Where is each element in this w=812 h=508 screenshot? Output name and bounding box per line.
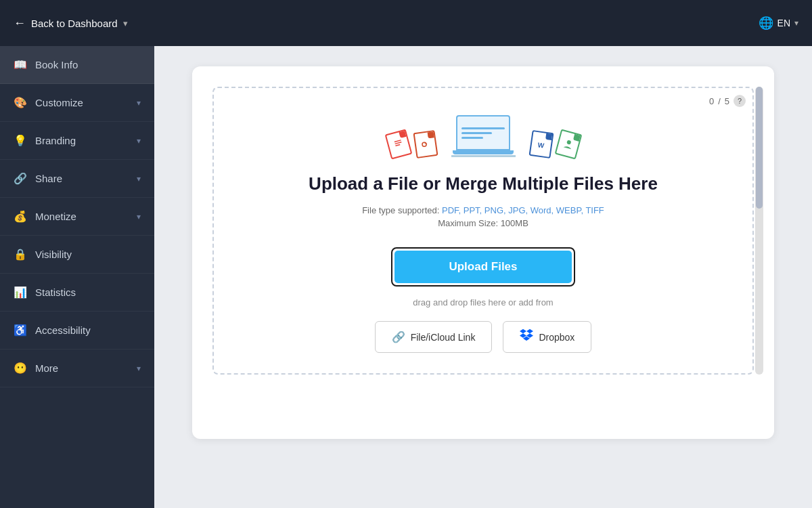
sidebar-item-label: Accessibility: [35, 324, 91, 336]
file-icloud-label: File/iCloud Link: [411, 332, 476, 343]
sidebar-item-label: Book Info: [35, 59, 78, 70]
sidebar-item-accessibility[interactable]: ♿ Accessibility: [0, 312, 154, 350]
back-to-dashboard[interactable]: ← Back to Dashboard ▾: [14, 16, 128, 30]
sidebar-item-more[interactable]: 😶 More ▾: [0, 350, 154, 387]
sidebar-item-label: Visibility: [35, 249, 72, 260]
sidebar-item-label: Share: [35, 173, 62, 184]
sidebar-item-book-info[interactable]: 📖 Book Info: [0, 46, 154, 84]
statistics-icon: 📊: [14, 286, 27, 299]
sidebar-item-customize[interactable]: 🎨 Customize ▾: [0, 84, 154, 122]
svg-text:W: W: [537, 141, 545, 149]
upload-file-types: File type supported: PDF, PPT, PNG, JPG,…: [362, 205, 604, 215]
svg-point-3: [566, 140, 571, 144]
scrollbar-thumb[interactable]: [756, 87, 763, 209]
upload-drop-zone[interactable]: 0 / 5 ?: [212, 87, 754, 375]
sidebar-item-label: Monetize: [35, 211, 76, 222]
back-label: Back to Dashboard: [31, 18, 118, 29]
lang-dropdown-icon: ▾: [794, 18, 798, 28]
laptop-illustration: [451, 115, 516, 157]
branding-icon: 💡: [14, 134, 27, 147]
link-icon: 🔗: [392, 331, 405, 343]
counter-max: 5: [725, 96, 729, 106]
source-buttons: 🔗 File/iCloud Link Dropb: [375, 321, 592, 353]
lang-label: EN: [777, 18, 790, 28]
file-types-label: File type supported:: [362, 205, 439, 215]
sidebar-item-visibility[interactable]: 🔒 Visibility: [0, 236, 154, 274]
svg-point-0: [422, 142, 426, 147]
more-icon: 😶: [14, 362, 27, 375]
dropbox-label: Dropbox: [539, 332, 574, 343]
sidebar-item-branding[interactable]: 💡 Branding ▾: [0, 122, 154, 160]
upload-max-size: Maximum Size: 100MB: [438, 218, 528, 228]
upload-button-wrapper: Upload Files: [391, 247, 574, 287]
file-types-list: PDF, PPT, PNG, JPG, Word, WEBP, TIFF: [442, 205, 604, 215]
dropbox-button[interactable]: Dropbox: [503, 321, 591, 353]
upload-card: 0 / 5 ?: [192, 66, 774, 439]
content-area: 0 / 5 ?: [154, 46, 812, 508]
upload-counter: 0 / 5 ?: [709, 95, 746, 107]
main-layout: 📖 Book Info 🎨 Customize ▾ 💡 Branding ▾ 🔗: [0, 46, 812, 508]
sidebar-item-label: Branding: [35, 135, 76, 146]
sidebar-item-label: Customize: [35, 97, 83, 108]
chevron-down-icon: ▾: [137, 364, 141, 373]
accessibility-icon: ♿: [14, 324, 27, 337]
language-selector[interactable]: 🌐 EN ▾: [759, 16, 798, 30]
word-file-icon: W: [528, 130, 554, 158]
ppt-file-icon: [413, 130, 438, 158]
back-chevron-icon: ▾: [123, 18, 128, 28]
chevron-down-icon: ▾: [137, 212, 141, 221]
file-icloud-link-button[interactable]: 🔗 File/iCloud Link: [375, 321, 493, 353]
chevron-down-icon: ▾: [137, 136, 141, 146]
globe-icon: 🌐: [759, 16, 773, 30]
book-info-icon: 📖: [14, 58, 27, 71]
upload-files-button[interactable]: Upload Files: [394, 251, 571, 283]
file-icons-row: W: [388, 115, 579, 157]
upload-heading: Upload a File or Merge Multiple Files He…: [309, 173, 658, 194]
drag-drop-text: drag and drop files here or add from: [413, 297, 553, 308]
pdf-file-icon: [384, 129, 412, 160]
sidebar-item-label: More: [35, 362, 58, 374]
counter-current: 0: [709, 96, 714, 106]
person-file-icon: [554, 129, 582, 160]
sidebar-item-share[interactable]: 🔗 Share ▾: [0, 160, 154, 198]
sidebar-item-monetize[interactable]: 💰 Monetize ▾: [0, 198, 154, 236]
back-arrow-icon: ←: [14, 16, 26, 30]
chevron-down-icon: ▾: [137, 174, 141, 184]
help-icon[interactable]: ?: [734, 95, 746, 107]
dropbox-icon: [520, 329, 533, 345]
monetize-icon: 💰: [14, 210, 27, 223]
customize-icon: 🎨: [14, 96, 27, 109]
visibility-icon: 🔒: [14, 248, 27, 261]
topbar: ← Back to Dashboard ▾ 🌐 EN ▾: [0, 0, 812, 46]
scrollbar[interactable]: [755, 87, 763, 375]
counter-separator: /: [718, 96, 721, 106]
share-icon: 🔗: [14, 172, 27, 185]
sidebar-item-statistics[interactable]: 📊 Statistics: [0, 274, 154, 312]
sidebar: 📖 Book Info 🎨 Customize ▾ 💡 Branding ▾ 🔗: [0, 46, 154, 508]
chevron-down-icon: ▾: [137, 98, 141, 108]
sidebar-item-label: Statistics: [35, 287, 76, 298]
